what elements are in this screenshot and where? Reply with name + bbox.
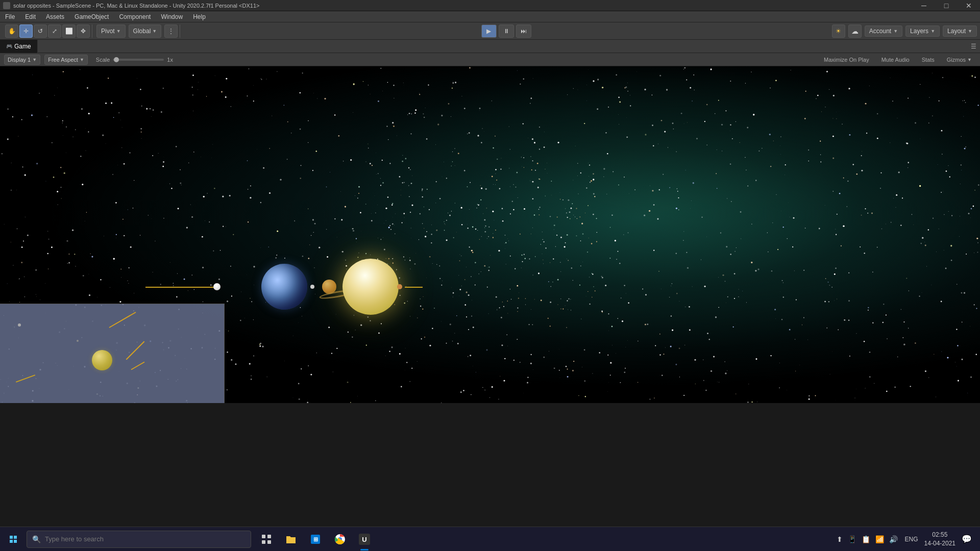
svg-rect-3 (267, 540, 271, 544)
game-tab-icon: 🎮 (6, 43, 12, 49)
scale-tool[interactable]: ⤢ (48, 24, 61, 38)
display-dropdown[interactable]: Display 1 ▼ (4, 55, 40, 65)
taskbar: 🔍 ⊞ U ⬆ 📱 📋 📶 🔊 ENG 02:55 (0, 527, 980, 551)
store-icon[interactable]: ⊞ (304, 527, 327, 552)
tab-options-icon[interactable]: ☰ (970, 43, 977, 50)
toolbar-right: ☀ ☁ Account ▼ Layers ▼ Layout ▼ (832, 24, 977, 38)
gizmos-btn[interactable]: Gizmos ▼ (943, 55, 976, 65)
wifi-icon[interactable]: 📶 (874, 534, 885, 544)
cloud-icon[interactable]: ☁ (848, 24, 862, 38)
search-bar[interactable]: 🔍 (27, 531, 251, 548)
layers-dropdown[interactable]: Layers ▼ (905, 26, 940, 37)
menu-help[interactable]: Help (188, 11, 211, 22)
svg-text:⊞: ⊞ (313, 536, 318, 542)
orbit-line-right (405, 287, 423, 288)
title-bar: solar opposites - SampleScene - PC, Mac … (0, 0, 980, 11)
scale-slider[interactable] (113, 59, 164, 61)
taskbar-system-tray: ⬆ 📱 📋 📶 🔊 ENG 02:55 14-04-2021 💬 (836, 531, 980, 548)
menu-file[interactable]: File (0, 11, 20, 22)
mini-dot-2 (77, 340, 79, 342)
menu-bar: File Edit Assets GameObject Component Wi… (0, 11, 980, 22)
pivot-dropdown[interactable]: Pivot ▼ (96, 24, 126, 38)
system-clock[interactable]: 02:55 14-04-2021 (924, 531, 955, 548)
aspect-dropdown[interactable]: Free Aspect ▼ (44, 55, 88, 65)
pivot-group: Pivot ▼ Global ▼ ⋮ (94, 24, 180, 38)
file-explorer-icon[interactable] (280, 527, 302, 552)
scale-area: Scale 1x (96, 57, 173, 63)
mini-dot-1 (18, 323, 21, 327)
global-chevron: ▼ (152, 29, 157, 34)
notification-icon[interactable]: 💬 (960, 532, 974, 546)
menu-gameobject[interactable]: GameObject (69, 11, 114, 22)
game-view (0, 66, 980, 403)
snap-button[interactable]: ⋮ (164, 24, 178, 38)
playback-controls: ▶ ⏸ ⏭ (182, 24, 830, 38)
layout-dropdown[interactable]: Layout ▼ (943, 26, 977, 37)
title-bar-controls: ─ □ ✕ (913, 0, 980, 11)
tray-icon-2[interactable]: 📱 (847, 534, 857, 544)
language-badge[interactable]: ENG (903, 535, 920, 544)
unity-taskbar-icon[interactable]: U (353, 527, 376, 552)
mini-planet (92, 350, 112, 370)
pause-button[interactable]: ⏸ (499, 24, 514, 38)
windows-logo-icon (10, 536, 17, 543)
stats-btn[interactable]: Stats (918, 55, 939, 65)
rect-tool[interactable]: ⬜ (62, 24, 76, 38)
title-text: solar opposites - SampleScene - PC, Mac … (13, 3, 259, 9)
svg-rect-0 (262, 535, 265, 538)
start-button[interactable] (0, 527, 27, 552)
toolbar: ✋ ✛ ↺ ⤢ ⬜ ✥ Pivot ▼ Global ▼ ⋮ ▶ ⏸ ⏭ ☀ ☁… (0, 22, 980, 40)
maximize-button[interactable]: □ (935, 0, 958, 11)
scale-thumb (114, 57, 119, 62)
lighting-icon[interactable]: ☀ (832, 24, 845, 38)
menu-assets[interactable]: Assets (41, 11, 69, 22)
search-input[interactable] (45, 535, 246, 543)
time-display: 02:55 (924, 531, 955, 539)
title-bar-left: solar opposites - SampleScene - PC, Mac … (0, 2, 259, 9)
game-tab[interactable]: 🎮 Game (0, 40, 38, 53)
menu-window[interactable]: Window (156, 11, 188, 22)
rotate-tool[interactable]: ↺ (34, 24, 47, 38)
pivot-chevron: ▼ (116, 29, 121, 34)
minimize-button[interactable]: ─ (913, 0, 935, 11)
mini-viewport (0, 304, 225, 403)
chrome-icon[interactable] (329, 527, 351, 552)
search-icon: 🔍 (32, 535, 41, 543)
mini-line-3 (131, 362, 145, 370)
tray-icon-1[interactable]: ⬆ (836, 534, 844, 544)
small-planet-1 (213, 283, 220, 290)
account-dropdown[interactable]: Account ▼ (865, 26, 902, 37)
maximize-on-play-btn[interactable]: Maximize On Play (820, 55, 873, 65)
ringed-planet (329, 287, 344, 301)
orbit-line-left (145, 287, 217, 288)
hand-tool[interactable]: ✋ (5, 24, 18, 38)
transform-tool[interactable]: ✥ (77, 24, 90, 38)
step-button[interactable]: ⏭ (516, 24, 531, 38)
sun-planet (342, 259, 399, 315)
date-display: 14-04-2021 (924, 539, 955, 548)
mini-line-2 (126, 341, 145, 360)
svg-rect-1 (267, 535, 271, 538)
game-tabbar: 🎮 Game ☰ (0, 40, 980, 53)
mute-audio-btn[interactable]: Mute Audio (877, 55, 914, 65)
small-planet-3 (397, 284, 402, 289)
mini-line-1 (109, 312, 136, 328)
volume-icon[interactable]: 🔊 (888, 534, 899, 544)
global-dropdown[interactable]: Global ▼ (129, 24, 162, 38)
unity-icon (3, 2, 10, 9)
svg-rect-2 (262, 540, 265, 544)
mini-line-4 (16, 374, 35, 383)
transform-tools: ✋ ✛ ↺ ⤢ ⬜ ✥ (3, 24, 92, 38)
close-button[interactable]: ✕ (958, 0, 980, 11)
game-options-bar: Display 1 ▼ Free Aspect ▼ Scale 1x Maxim… (0, 53, 980, 66)
system-tray-icons: ⬆ 📱 📋 📶 🔊 (836, 534, 899, 544)
task-view-icon[interactable] (255, 527, 278, 552)
small-planet-2 (310, 285, 314, 289)
menu-edit[interactable]: Edit (20, 11, 41, 22)
move-tool[interactable]: ✛ (19, 24, 33, 38)
svg-text:U: U (362, 536, 366, 543)
play-button[interactable]: ▶ (481, 24, 497, 38)
taskbar-icons: ⊞ U (255, 527, 376, 552)
tray-icon-3[interactable]: 📋 (861, 534, 871, 544)
menu-component[interactable]: Component (114, 11, 156, 22)
